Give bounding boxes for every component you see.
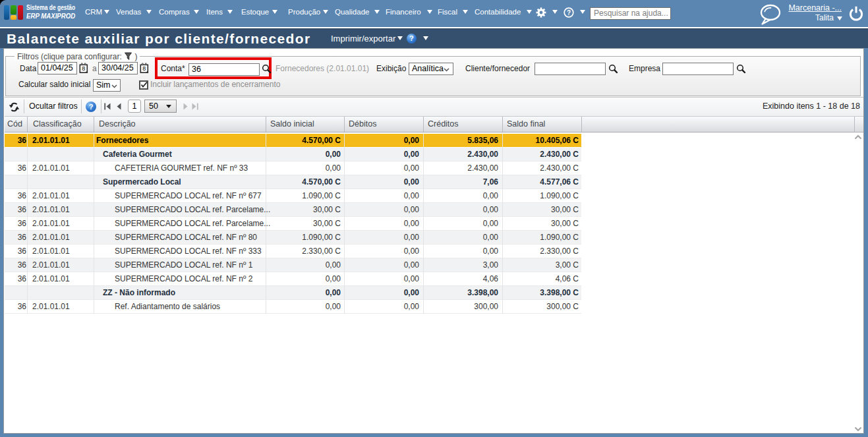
svg-text:8: 8 — [142, 65, 146, 72]
svg-text:?: ? — [567, 9, 571, 16]
svg-text:8: 8 — [82, 65, 85, 72]
